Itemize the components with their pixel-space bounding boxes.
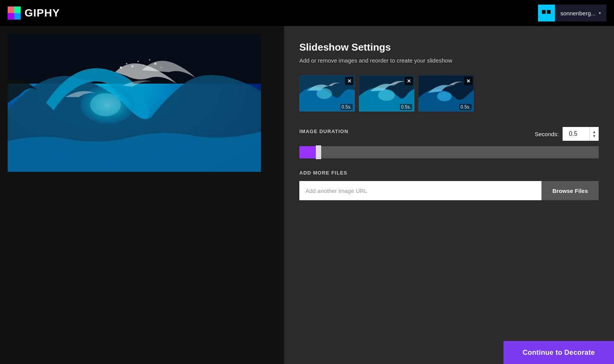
panel-title: Slideshow Settings [299,41,599,53]
image-duration-row: IMAGE DURATION Seconds: ▲ ▼ [299,127,599,141]
thumbnail-2: ✕ 0.5s. [359,75,414,112]
svg-point-18 [378,89,395,101]
thumbnail-1: ✕ 0.5s. [299,75,355,112]
add-files-row: Browse Files [299,181,599,200]
duration-slider-track[interactable] [299,146,599,158]
thumbnail-3-duration: 0.5s. [459,104,472,110]
thumbnail-3: ✕ 0.5s. [418,75,474,112]
slider-fill [299,146,316,158]
user-dropdown-button[interactable]: sonnenberg... ▾ [555,5,606,21]
svg-point-13 [161,67,162,68]
svg-point-10 [144,65,145,66]
image-duration-label: IMAGE DURATION [299,128,348,134]
thumbnail-2-duration: 0.5s. [400,104,412,110]
add-files-label: ADD MORE FILES [299,170,599,176]
chevron-down-icon: ▾ [599,10,601,16]
svg-rect-1 [547,10,551,14]
preview-image [8,34,261,172]
thumbnail-2-close-button[interactable]: ✕ [404,77,413,85]
seconds-stepper[interactable]: ▲ ▼ [589,127,599,141]
giphy-logo-icon [8,7,21,20]
svg-point-12 [154,63,157,65]
stepper-down-icon: ▼ [593,134,596,138]
svg-point-9 [137,61,139,62]
svg-point-7 [126,63,127,64]
stepper-up-icon: ▲ [593,130,596,134]
svg-point-6 [120,66,122,69]
thumbnail-1-duration: 0.5s. [340,104,353,110]
svg-point-21 [437,91,452,101]
url-input[interactable] [299,181,541,200]
main-content: Slideshow Settings Add or remove images … [0,26,614,364]
panel-subtitle: Add or remove images and reorder to crea… [299,57,599,64]
thumbnail-1-close-button[interactable]: ✕ [345,77,353,85]
header: GIPHY sonnenberg... ▾ [0,0,614,26]
left-panel [0,26,284,364]
thumbnails-row: ✕ 0.5s. ✕ 0.5s. [299,75,599,112]
seconds-input[interactable] [563,127,589,141]
svg-point-15 [317,88,332,99]
continue-to-decorate-button[interactable]: Continue to Decorate [503,341,614,364]
svg-rect-0 [542,10,546,14]
seconds-label: Seconds: [535,131,559,137]
browse-files-button[interactable]: Browse Files [541,181,599,200]
logo-area: GIPHY [8,7,60,20]
right-panel: Slideshow Settings Add or remove images … [284,26,614,364]
giphy-logo-text: GIPHY [25,7,60,19]
thumbnail-3-close-button[interactable]: ✕ [464,77,472,85]
svg-point-5 [90,93,121,116]
seconds-input-wrapper: Seconds: ▲ ▼ [535,127,599,141]
svg-point-8 [132,66,134,68]
svg-point-11 [149,59,150,61]
avatar [538,5,555,21]
user-area: sonnenberg... ▾ [538,5,606,21]
slider-thumb[interactable] [316,145,321,159]
username-label: sonnenberg... [560,10,596,16]
